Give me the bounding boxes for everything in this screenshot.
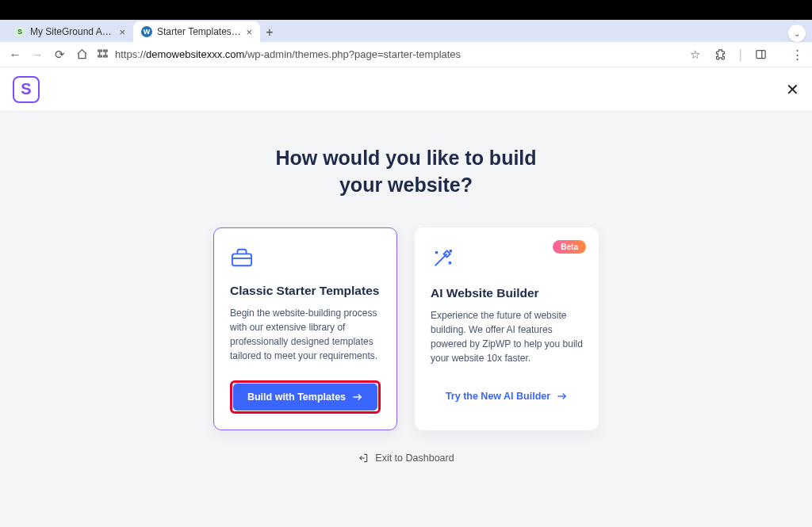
extensions-icon[interactable] [714,48,728,60]
back-button[interactable]: ← [8,48,22,61]
browser-menu-icon[interactable]: ⋮ [790,48,804,62]
try-ai-builder-button[interactable]: Try the New AI Builder [431,383,583,410]
tab-list-dropdown[interactable]: ⌄ [788,25,806,42]
browser-tab-starter-templates[interactable]: W Starter Templates ‹ My WordP × [133,21,260,42]
tab-close-icon[interactable]: × [119,26,125,38]
card-description: Experience the future of website buildin… [431,308,583,365]
highlighted-area: Build with Templates [230,380,381,414]
browser-tab-strip: S My SiteGround Account × W Starter Temp… [0,20,812,42]
window-top-blackbar [0,0,812,20]
page-headline: How would you like to build your website… [0,145,812,199]
reload-button[interactable]: ⟳ [52,48,67,62]
site-controls-icon[interactable] [97,48,109,62]
card-classic-templates[interactable]: Classic Starter Templates Begin the webs… [213,227,397,430]
url-text: https://demowebsitexxx.com/wp-admin/them… [115,48,461,60]
svg-rect-6 [756,51,764,59]
beta-badge: Beta [553,240,586,254]
browser-toolbar: ← → ⟳ https://demowebsitexxx.com/wp-admi… [0,42,812,67]
tab-title: My SiteGround Account [30,26,114,37]
home-button[interactable] [75,48,89,60]
bookmark-star-icon[interactable]: ☆ [688,48,703,62]
svg-rect-3 [104,55,107,57]
starter-templates-logo: S [13,76,40,103]
svg-rect-2 [98,55,102,57]
tab-title: Starter Templates ‹ My WordP [157,26,241,37]
tab-close-icon[interactable]: × [246,26,252,38]
svg-point-14 [449,262,450,263]
forward-button[interactable]: → [30,48,44,61]
card-title: Classic Starter Templates [230,284,381,298]
card-title: AI Website Builder [431,286,583,300]
svg-rect-8 [232,254,251,265]
briefcase-icon [230,247,381,271]
page-content: How would you like to build your website… [0,112,812,527]
exit-icon [358,453,369,464]
favicon-wordpress: W [141,26,152,37]
side-panel-icon[interactable] [753,48,768,60]
close-button[interactable]: ✕ [786,80,799,99]
address-bar[interactable]: https://demowebsitexxx.com/wp-admin/them… [97,48,680,62]
svg-point-15 [450,250,451,251]
build-with-templates-button[interactable]: Build with Templates [233,384,377,411]
card-ai-builder[interactable]: Beta AI Website Builder Experience the f… [415,227,599,430]
card-description: Begin the website-building process with … [230,306,381,363]
option-cards-row: Classic Starter Templates Begin the webs… [0,227,812,430]
svg-point-13 [436,251,438,253]
svg-rect-1 [104,50,107,52]
favicon-siteground: S [14,26,25,37]
exit-to-dashboard-link[interactable]: Exit to Dashboard [0,453,812,464]
browser-tab-siteground[interactable]: S My SiteGround Account × [6,21,133,42]
new-tab-button[interactable]: + [260,23,279,42]
app-header: S ✕ [0,67,812,112]
svg-rect-0 [98,50,102,52]
